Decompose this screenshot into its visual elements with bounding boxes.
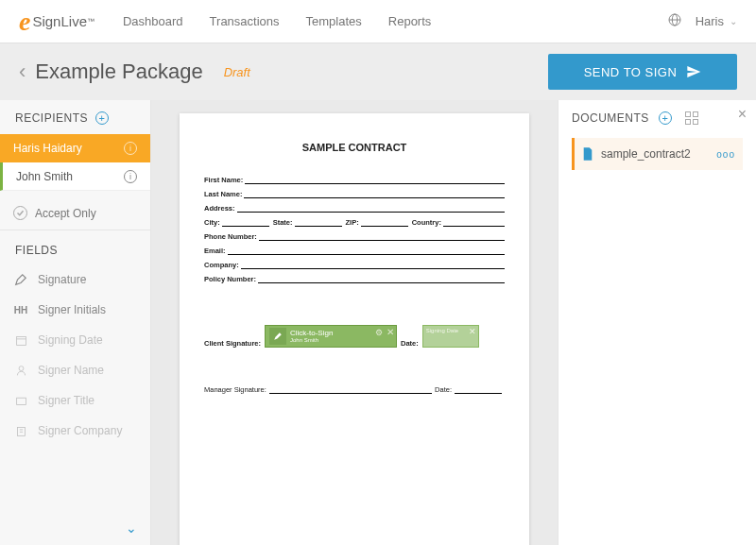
user-name: Haris	[696, 14, 724, 28]
more-options-button[interactable]: ooo	[716, 149, 735, 160]
package-status: Draft	[224, 65, 250, 79]
field-signing-date[interactable]: Signing Date	[0, 325, 150, 355]
accept-only-toggle[interactable]: Accept Only	[0, 191, 150, 230]
recipients-header: RECIPIENTS +	[0, 111, 150, 134]
document-canvas[interactable]: SAMPLE CONTRACT First Name: Last Name: A…	[151, 100, 558, 545]
main-nav: Dashboard Transactions Templates Reports	[123, 14, 431, 28]
doc-title: SAMPLE CONTRACT	[204, 142, 505, 153]
field-signer-title[interactable]: Signer Title	[0, 385, 150, 416]
language-icon[interactable]	[667, 12, 682, 31]
send-icon	[686, 64, 701, 79]
info-icon[interactable]: i	[124, 142, 137, 155]
fields-header: FIELDS	[0, 230, 150, 264]
field-signature[interactable]: Signature	[0, 264, 150, 295]
gear-icon[interactable]: ⚙	[375, 328, 383, 337]
svg-point-5	[19, 366, 24, 370]
recipient-name: John Smith	[16, 170, 73, 183]
check-icon	[13, 206, 27, 220]
send-label: SEND TO SIGN	[584, 65, 678, 79]
manager-signature-row: Manager Signature: Date:	[204, 385, 505, 394]
person-icon	[13, 363, 28, 378]
signing-date-field-block[interactable]: Signing Date ✕	[422, 325, 479, 348]
field-signer-company[interactable]: Signer Company	[0, 416, 150, 446]
logo-tm: ™	[87, 17, 94, 26]
package-title: Example Package	[35, 60, 202, 84]
main-area: RECIPIENTS + Haris Haidary i John Smith …	[0, 100, 756, 545]
field-initials[interactable]: HH Signer Initials	[0, 295, 150, 325]
grid-view-icon[interactable]	[685, 111, 698, 125]
nav-transactions[interactable]: Transactions	[210, 14, 280, 28]
left-sidebar: RECIPIENTS + Haris Haidary i John Smith …	[0, 100, 151, 545]
user-menu[interactable]: Haris ⌄	[696, 14, 737, 28]
title-icon	[13, 393, 28, 408]
signature-field-block[interactable]: Click-to-Sign John Smith ⚙ ✕	[265, 325, 397, 348]
close-icon[interactable]: ✕	[469, 327, 476, 336]
initials-icon: HH	[13, 302, 28, 317]
sig-block-signer: John Smith	[290, 337, 333, 343]
sig-block-title: Click-to-Sign	[290, 330, 333, 338]
close-panel-button[interactable]: ×	[738, 106, 747, 123]
info-icon[interactable]: i	[124, 170, 137, 183]
client-signature-row: Client Signature: Click-to-Sign John Smi…	[204, 325, 505, 348]
nav-reports[interactable]: Reports	[388, 14, 432, 28]
topbar-right: Haris ⌄	[667, 12, 737, 31]
pen-icon	[13, 272, 28, 287]
date-block-title: Signing Date	[426, 328, 458, 333]
top-bar: e SignLive ™ Dashboard Transactions Temp…	[0, 0, 756, 43]
documents-header: DOCUMENTS +	[572, 111, 743, 125]
nav-templates[interactable]: Templates	[306, 14, 362, 28]
documents-panel: × DOCUMENTS + sample_contract2 ooo	[558, 100, 756, 545]
nav-dashboard[interactable]: Dashboard	[123, 14, 183, 28]
chevron-down-icon: ⌄	[730, 16, 737, 26]
title-bar: ‹ Example Package Draft SEND TO SIGN	[0, 43, 756, 100]
close-icon[interactable]: ✕	[387, 327, 394, 337]
recipient-item-active[interactable]: Haris Haidary i	[0, 134, 150, 162]
send-to-sign-button[interactable]: SEND TO SIGN	[548, 54, 737, 90]
logo-name: SignLive	[32, 13, 87, 29]
calendar-icon	[13, 332, 28, 348]
recipient-name: Haris Haidary	[13, 142, 82, 155]
sidebar-collapse-button[interactable]: ⌄	[126, 520, 137, 536]
recipient-item[interactable]: John Smith i	[0, 162, 150, 191]
file-icon	[582, 147, 593, 161]
document-page[interactable]: SAMPLE CONTRACT First Name: Last Name: A…	[180, 113, 529, 545]
back-button[interactable]: ‹	[19, 60, 26, 84]
pen-icon	[269, 328, 286, 345]
svg-rect-3	[16, 336, 26, 345]
field-signer-name[interactable]: Signer Name	[0, 355, 150, 385]
logo[interactable]: e SignLive ™	[19, 7, 94, 37]
document-list-item[interactable]: sample_contract2 ooo	[572, 138, 743, 170]
add-document-button[interactable]: +	[659, 111, 672, 125]
logo-e: e	[19, 7, 30, 37]
add-recipient-button[interactable]: +	[95, 111, 109, 125]
document-name: sample_contract2	[601, 147, 691, 161]
svg-rect-6	[16, 398, 26, 404]
company-icon	[13, 423, 28, 438]
